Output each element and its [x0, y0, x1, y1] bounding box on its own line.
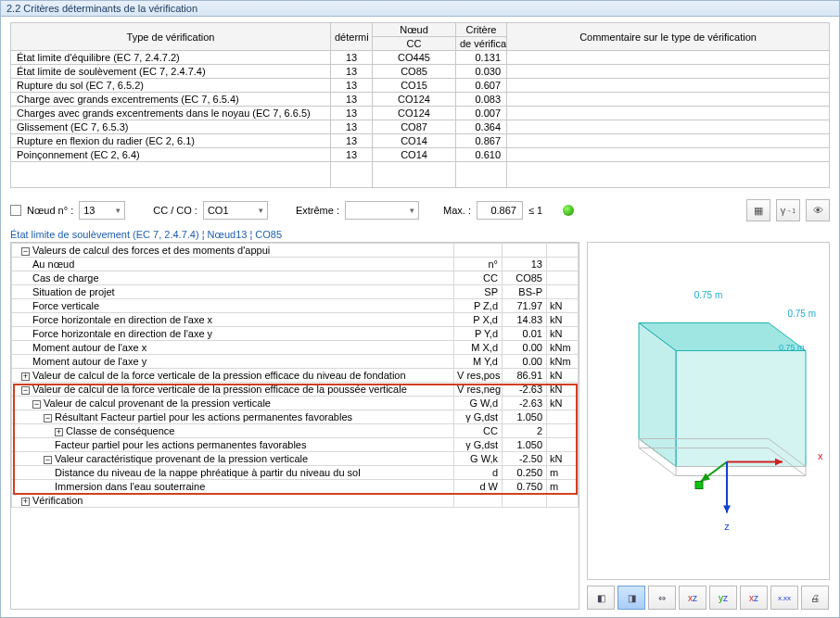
toggle-icon[interactable]: + — [55, 428, 63, 436]
tree-unit: kN — [547, 369, 579, 383]
grid-icon[interactable]: ▦ — [746, 199, 770, 221]
col-crit-header[interactable]: de vérificat — [456, 37, 507, 51]
view-yz-button[interactable]: yz — [709, 586, 737, 610]
col-det-header[interactable]: détermi — [331, 23, 373, 51]
tree-symbol: M X,d — [454, 341, 503, 355]
tree-row[interactable]: Facteur partiel pour les actions permane… — [12, 438, 579, 452]
cell-crit: 0.030 — [456, 65, 507, 79]
tree-row[interactable]: +Valeur de calcul de la force verticale … — [12, 369, 579, 383]
view-persp-button[interactable]: ◨ — [617, 586, 645, 610]
toggle-icon[interactable]: − — [44, 456, 52, 464]
tree-label: +Classe de conséquence — [12, 424, 454, 438]
node-select[interactable]: 13 — [79, 201, 125, 220]
col-crit-group[interactable]: Critère — [456, 23, 507, 37]
tree-row[interactable]: −Valeur caractéristique provenant de la … — [12, 452, 579, 466]
view-xy-button[interactable]: xz — [740, 586, 768, 610]
dim-right: 0.75 m — [787, 309, 816, 319]
model-viewer[interactable]: 0.75 m 0.75 m 0.75 m x — [587, 242, 830, 580]
eye-icon[interactable]: 👁 — [806, 199, 830, 221]
view-xxx-button[interactable]: x.xx — [770, 586, 798, 610]
tree-value: 0.01 — [503, 327, 547, 341]
col-node-group[interactable]: Nœud — [373, 23, 456, 37]
ccco-select[interactable]: CO1 — [203, 201, 268, 220]
tree-symbol: P X,d — [454, 313, 503, 327]
tree-unit: m — [547, 480, 579, 494]
tree-unit — [547, 494, 579, 508]
print-button[interactable]: 🖨 — [801, 586, 829, 610]
col-comment-header[interactable]: Commentaire sur le type de vérification — [507, 23, 830, 51]
tree-unit: kNm — [547, 355, 579, 369]
col-type-header[interactable]: Type de vérification — [11, 23, 331, 51]
max-value: 0.867 — [477, 201, 523, 220]
toggle-icon[interactable]: + — [21, 498, 30, 506]
tree-row[interactable]: −Valeur de calcul provenant de la pressi… — [12, 397, 579, 410]
viewer-toolbar: ◧ ◨ ⇔ xz yz xz x.xx 🖨 — [587, 586, 830, 610]
tree-row[interactable]: −Résultant Facteur partiel pour les acti… — [12, 410, 579, 424]
cell-det: 13 — [331, 134, 373, 148]
tree-row[interactable]: Moment autour de l'axe yM Y,d0.00kNm — [12, 355, 579, 369]
tree-row[interactable]: Force verticaleP Z,d71.97kN — [12, 299, 579, 313]
tree-row[interactable]: Moment autour de l'axe xM X,d0.00kNm — [12, 341, 579, 355]
toggle-icon[interactable]: − — [32, 400, 41, 409]
tree-row[interactable]: Force horizontale en direction de l'axe … — [12, 313, 579, 327]
col-cc-header[interactable]: CC — [373, 37, 456, 51]
toggle-icon[interactable]: − — [21, 386, 30, 395]
cell-comment — [507, 134, 830, 148]
table-row[interactable]: Charges avec grands excentrements dans l… — [11, 107, 830, 120]
table-row[interactable]: Charge avec grands excentrements (EC 7, … — [11, 93, 830, 107]
tree-symbol: d W — [454, 480, 503, 494]
tree-symbol: CC — [454, 424, 503, 438]
tree-row[interactable]: Force horizontale en direction de l'axe … — [12, 327, 579, 341]
tree-row[interactable]: Distance du niveau de la nappe phréatiqu… — [12, 466, 579, 480]
toggle-icon[interactable]: + — [21, 372, 30, 381]
tree-row[interactable]: Au nœudn°13 — [12, 258, 579, 271]
filter-bar: Nœud n° : 13 CC / CO : CO1 Extrême : Max… — [1, 192, 839, 225]
cell-type: Poinçonnement (EC 2, 6.4) — [11, 148, 331, 162]
cell-comment — [507, 51, 830, 65]
tree-label: Situation de projet — [12, 285, 454, 299]
tree-value: BS-P — [503, 285, 547, 299]
table-row[interactable]: Rupture du sol (EC 7, 6.5.2)13CO150.607 — [11, 79, 830, 93]
tree-value: 0.00 — [503, 341, 547, 355]
table-row[interactable]: Poinçonnement (EC 2, 6.4)13CO140.610 — [11, 148, 830, 162]
table-row[interactable]: État limite de soulèvement (EC 7, 2.4.7.… — [11, 65, 830, 79]
toggle-icon[interactable]: − — [44, 414, 52, 423]
extreme-label: Extrême : — [296, 205, 339, 216]
tree-row[interactable]: −Valeur de calcul de la force verticale … — [12, 383, 579, 397]
node-filter-checkbox[interactable] — [10, 205, 21, 216]
view-stretch-button[interactable]: ⇔ — [648, 586, 676, 610]
tree-label: Force verticale — [12, 299, 454, 313]
cell-type: Rupture du sol (EC 7, 6.5.2) — [11, 79, 331, 93]
cell-cc: CO15 — [373, 79, 456, 93]
tree-label: Au nœud — [12, 258, 454, 271]
tree-row[interactable]: Situation de projetSPBS-P — [12, 285, 579, 299]
view-iso-button[interactable]: ◧ — [587, 586, 615, 610]
extreme-select[interactable] — [345, 201, 419, 220]
tree-unit — [547, 438, 579, 452]
tree-row[interactable]: Cas de chargeCCCO85 — [12, 271, 579, 285]
cell-cc: CO14 — [373, 148, 456, 162]
tree-unit — [547, 285, 579, 299]
tree-symbol: V res,neg — [454, 383, 503, 397]
table-row[interactable]: Rupture en flexion du radier (EC 2, 6.1)… — [11, 134, 830, 148]
cell-crit: 0.364 — [456, 120, 507, 134]
cell-comment — [507, 120, 830, 134]
tree-unit: kN — [547, 383, 579, 397]
ccco-label: CC / CO : — [153, 205, 197, 216]
gamma-icon[interactable]: γ→1 — [776, 199, 800, 221]
tree-unit — [547, 410, 579, 424]
table-row[interactable]: État limite d'équilibre (EC 7, 2.4.7.2)1… — [11, 51, 830, 65]
tree-symbol: CC — [454, 271, 503, 285]
tree-row[interactable]: −Valeurs de calcul des forces et des mom… — [12, 244, 579, 258]
view-xz-button[interactable]: xz — [679, 586, 706, 610]
table-row[interactable]: Glissement (EC 7, 6.5.3)13CO870.364 — [11, 120, 830, 134]
cell-crit: 0.007 — [456, 107, 507, 120]
tree-row[interactable]: Immersion dans l'eau souterrained W0.750… — [12, 480, 579, 494]
tree-row[interactable]: +Classe de conséquenceCC2 — [12, 424, 579, 438]
toggle-icon[interactable]: − — [21, 247, 30, 256]
tree-row[interactable]: +Vérification — [12, 494, 579, 508]
detail-tree[interactable]: −Valeurs de calcul des forces et des mom… — [10, 242, 579, 610]
tree-value: -2.63 — [503, 383, 547, 397]
axis-z-label: z — [724, 521, 730, 532]
tree-symbol: M Y,d — [454, 355, 503, 369]
